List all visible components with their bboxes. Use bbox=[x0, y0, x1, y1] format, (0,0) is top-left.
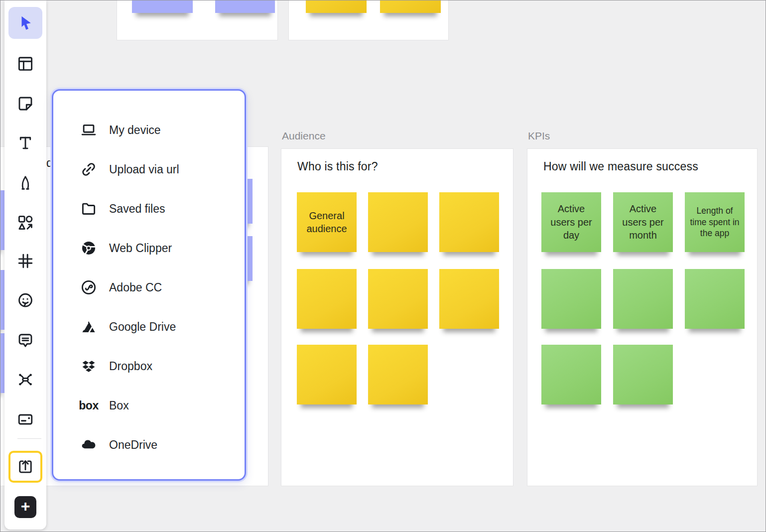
card-tool-button[interactable] bbox=[8, 403, 42, 435]
menu-item-upload-via-url[interactable]: Upload via url bbox=[53, 155, 245, 184]
diagram-tool-button[interactable] bbox=[8, 364, 42, 396]
sticky-note[interactable] bbox=[380, 0, 441, 13]
sticky-note[interactable] bbox=[439, 192, 499, 252]
sticky-note-text: Length of time spent in the app bbox=[688, 205, 742, 239]
folder-icon bbox=[79, 199, 98, 218]
sticky-note[interactable] bbox=[297, 345, 357, 404]
menu-item-saved-files[interactable]: Saved files bbox=[53, 194, 245, 223]
chrome-icon bbox=[79, 239, 98, 258]
sticky-note-active-users-day[interactable]: Active users per day bbox=[541, 192, 601, 252]
card-icon bbox=[16, 410, 34, 428]
shapes-icon bbox=[16, 214, 34, 232]
frame-kpis[interactable]: KPIs How will we measure success Active … bbox=[527, 148, 758, 486]
frame-label-kpis[interactable]: KPIs bbox=[528, 130, 550, 142]
diagram-connector-icon bbox=[16, 371, 34, 389]
sticky-note[interactable] bbox=[439, 269, 499, 329]
sticky-note-tool-button[interactable] bbox=[8, 88, 42, 120]
sticky-note[interactable] bbox=[306, 0, 367, 13]
frame-tool-button[interactable] bbox=[8, 245, 42, 277]
frame-heading-audience[interactable]: Who is this for? bbox=[297, 160, 378, 173]
sticky-note-text: Active users per month bbox=[616, 202, 670, 242]
pen-tool-button[interactable] bbox=[8, 167, 42, 199]
menu-item-dropbox[interactable]: Dropbox bbox=[53, 352, 245, 381]
pen-icon bbox=[16, 174, 34, 192]
sticky-note-general-audience[interactable]: General audience bbox=[297, 192, 357, 252]
comment-icon bbox=[16, 331, 34, 349]
sticky-note[interactable] bbox=[541, 269, 601, 329]
upload-tool-button[interactable] bbox=[8, 451, 42, 483]
onedrive-icon bbox=[79, 435, 98, 454]
menu-item-my-device[interactable]: My device bbox=[53, 116, 245, 144]
link-icon bbox=[79, 160, 98, 179]
shapes-tool-button[interactable] bbox=[8, 207, 42, 239]
adobe-cc-icon bbox=[79, 278, 98, 297]
toolbar: + bbox=[4, 0, 46, 530]
comment-tool-button[interactable] bbox=[8, 324, 42, 356]
frame-top-right[interactable] bbox=[288, 0, 449, 40]
menu-item-onedrive[interactable]: OneDrive bbox=[53, 430, 245, 459]
sticky-note-icon bbox=[16, 95, 34, 113]
sticky-note-text: Active users per day bbox=[544, 202, 598, 242]
sticky-note[interactable] bbox=[297, 269, 357, 329]
cursor-icon bbox=[16, 14, 34, 32]
menu-item-google-drive[interactable]: Google Drive bbox=[53, 312, 245, 341]
dropbox-icon bbox=[79, 357, 98, 376]
frame-top-left[interactable] bbox=[117, 0, 278, 40]
frame-audience[interactable]: Audience Who is this for? General audien… bbox=[281, 148, 513, 486]
sticky-note[interactable] bbox=[613, 269, 673, 329]
sticky-note-text: General audience bbox=[300, 209, 354, 236]
select-tool-button[interactable] bbox=[8, 7, 42, 39]
sticky-note[interactable] bbox=[685, 269, 745, 329]
toolbar-divider bbox=[17, 438, 41, 439]
laptop-icon bbox=[79, 121, 98, 139]
menu-item-box[interactable]: box Box bbox=[53, 391, 245, 420]
sticky-note[interactable] bbox=[368, 269, 428, 329]
upload-icon bbox=[16, 458, 34, 476]
sticky-note[interactable] bbox=[541, 345, 601, 404]
sticky-note-active-users-month[interactable]: Active users per month bbox=[613, 192, 673, 252]
sticker-tool-button[interactable] bbox=[8, 284, 42, 316]
frame-icon bbox=[16, 252, 34, 270]
google-drive-icon bbox=[79, 317, 98, 336]
sticker-smiley-icon bbox=[16, 291, 34, 309]
frame-heading-kpis[interactable]: How will we measure success bbox=[543, 160, 698, 173]
text-icon bbox=[16, 134, 34, 152]
plus-icon: + bbox=[21, 498, 30, 514]
menu-item-adobe-cc[interactable]: Adobe CC bbox=[53, 273, 245, 302]
templates-tool-button[interactable] bbox=[8, 48, 42, 80]
box-icon: box bbox=[79, 396, 98, 415]
sticky-note[interactable] bbox=[368, 192, 428, 252]
sticky-note[interactable] bbox=[132, 0, 193, 13]
upload-menu-popup: My device Upload via url Saved files bbox=[52, 89, 246, 481]
sticky-note[interactable] bbox=[368, 345, 428, 404]
menu-item-web-clipper[interactable]: Web Clipper bbox=[53, 234, 245, 263]
add-button[interactable]: + bbox=[14, 496, 36, 518]
sticky-note-time-spent[interactable]: Length of time spent in the app bbox=[685, 192, 745, 252]
whiteboard-app: { "colors": { "canvas_background": "#efe… bbox=[0, 0, 766, 532]
text-tool-button[interactable] bbox=[8, 127, 42, 159]
templates-icon bbox=[16, 55, 34, 73]
sticky-note[interactable] bbox=[215, 0, 275, 13]
sticky-note[interactable] bbox=[613, 345, 673, 404]
frame-label-audience[interactable]: Audience bbox=[282, 130, 326, 142]
